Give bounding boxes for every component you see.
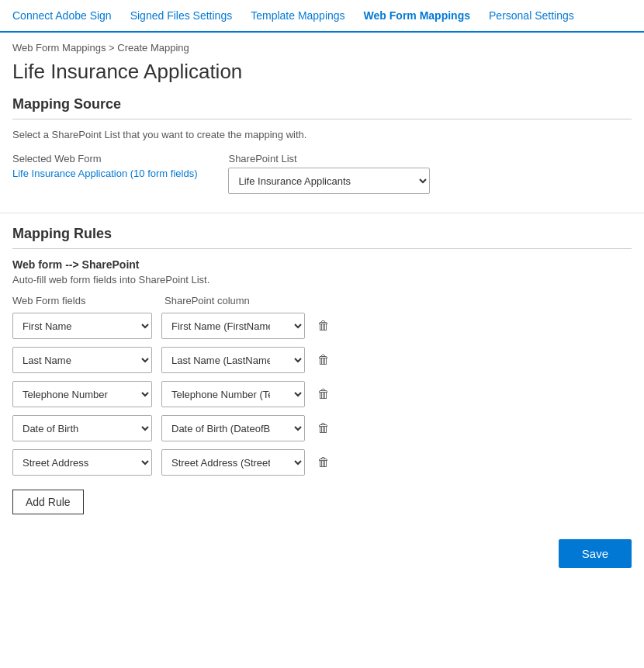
sharepoint-col-select-4[interactable]: Street Address (StreetAd...	[161, 449, 305, 476]
delete-rule-4[interactable]: 🗑	[314, 453, 333, 472]
webform-field-select-0[interactable]: First Name	[12, 313, 152, 339]
rule-row: Telephone Number Telephone Number (Tele.…	[12, 381, 632, 407]
mapping-source-row: Selected Web Form Life Insurance Applica…	[12, 153, 632, 194]
nav-template-mappings[interactable]: Template Mappings	[251, 9, 345, 22]
delete-rule-1[interactable]: 🗑	[314, 351, 333, 369]
nav-signed-files-settings[interactable]: Signed Files Settings	[130, 9, 233, 22]
rule-row: Street Address Street Address (StreetAd.…	[12, 449, 632, 476]
top-navigation: Connect Adobe Sign Signed Files Settings…	[0, 0, 644, 33]
mapping-rules-title: Mapping Rules	[12, 226, 632, 249]
save-button[interactable]: Save	[559, 539, 632, 568]
webform-field-select-1[interactable]: Last Name	[12, 347, 152, 373]
delete-rule-0[interactable]: 🗑	[314, 317, 333, 335]
selected-web-form-label: Selected Web Form	[12, 153, 197, 164]
webform-fields-header: Web Form fields	[12, 295, 152, 306]
save-area: Save	[0, 527, 644, 587]
add-rule-button[interactable]: Add Rule	[12, 490, 84, 514]
nav-personal-settings[interactable]: Personal Settings	[489, 9, 574, 22]
sharepoint-col-select-2[interactable]: Telephone Number (Tele...	[161, 381, 305, 407]
sharepoint-list-select[interactable]: Life Insurance Applicants	[228, 168, 430, 194]
mapping-source-title: Mapping Source	[12, 96, 632, 119]
rule-row: Date of Birth Date of Birth (DateofBirth…	[12, 415, 632, 441]
sharepoint-column-header: SharePoint column	[164, 295, 308, 306]
webform-field-select-2[interactable]: Telephone Number	[12, 381, 152, 407]
rule-row: Last Name Last Name (LastName) 🗑	[12, 347, 632, 373]
mapping-source-section: Mapping Source Select a SharePoint List …	[0, 96, 644, 206]
direction-label: Web form --> SharePoint	[12, 258, 632, 271]
delete-rule-3[interactable]: 🗑	[314, 419, 333, 438]
mapping-source-right: SharePoint List Life Insurance Applicant…	[228, 153, 430, 194]
breadcrumb-root[interactable]: Web Form Mappings	[12, 42, 106, 54]
sharepoint-col-select-3[interactable]: Date of Birth (DateofBirth)	[161, 415, 305, 441]
columns-header: Web Form fields SharePoint column	[12, 295, 632, 306]
webform-field-select-4[interactable]: Street Address	[12, 449, 152, 476]
rule-row: First Name First Name (FirstName) 🗑	[12, 313, 632, 339]
selected-web-form-value[interactable]: Life Insurance Application (10 form fiel…	[12, 168, 197, 179]
sharepoint-col-select-1[interactable]: Last Name (LastName)	[161, 347, 305, 373]
breadcrumb: Web Form Mappings > Create Mapping	[0, 33, 644, 57]
mapping-source-left: Selected Web Form Life Insurance Applica…	[12, 153, 197, 179]
mapping-rules-section: Mapping Rules Web form --> SharePoint Au…	[0, 226, 644, 527]
webform-field-select-3[interactable]: Date of Birth	[12, 415, 152, 441]
nav-connect-adobe-sign[interactable]: Connect Adobe Sign	[12, 9, 112, 22]
auto-fill-desc: Auto-fill web form fields into SharePoin…	[12, 274, 632, 286]
sharepoint-list-label: SharePoint List	[228, 153, 430, 164]
breadcrumb-current: Create Mapping	[117, 42, 189, 54]
mapping-source-desc: Select a SharePoint List that you want t…	[12, 129, 632, 140]
page-title: Life Insurance Application	[0, 57, 644, 96]
breadcrumb-separator: >	[109, 42, 117, 54]
sharepoint-col-select-0[interactable]: First Name (FirstName)	[161, 313, 305, 339]
nav-web-form-mappings[interactable]: Web Form Mappings	[364, 9, 470, 22]
delete-rule-2[interactable]: 🗑	[314, 385, 333, 403]
